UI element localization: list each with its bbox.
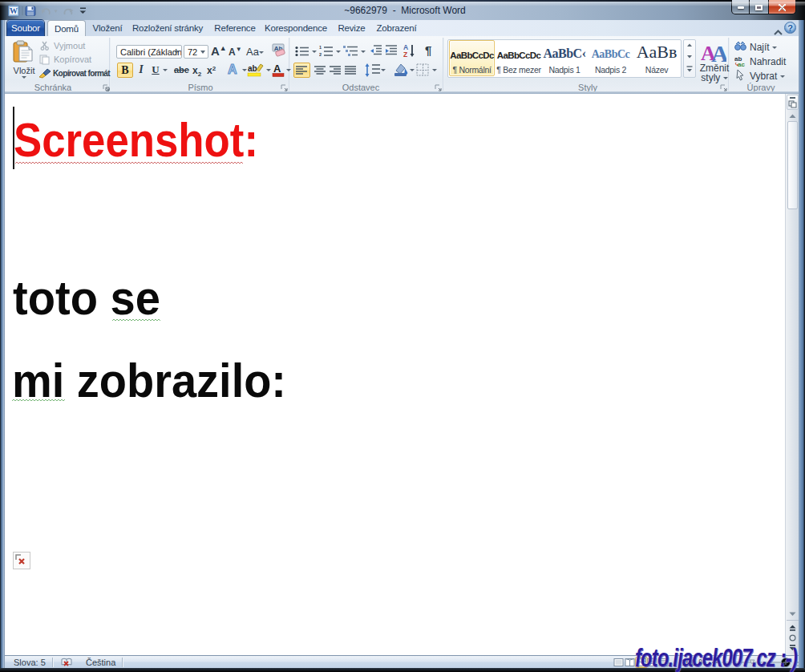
svg-text:A: A bbox=[711, 40, 726, 62]
svg-text:1: 1 bbox=[319, 45, 322, 50]
svg-text:ab: ab bbox=[248, 64, 257, 73]
svg-text:ac: ac bbox=[738, 61, 745, 67]
svg-text:A: A bbox=[273, 63, 281, 75]
svg-text:W: W bbox=[10, 6, 18, 15]
svg-text:Z: Z bbox=[403, 51, 407, 58]
svg-text:2: 2 bbox=[319, 52, 322, 57]
